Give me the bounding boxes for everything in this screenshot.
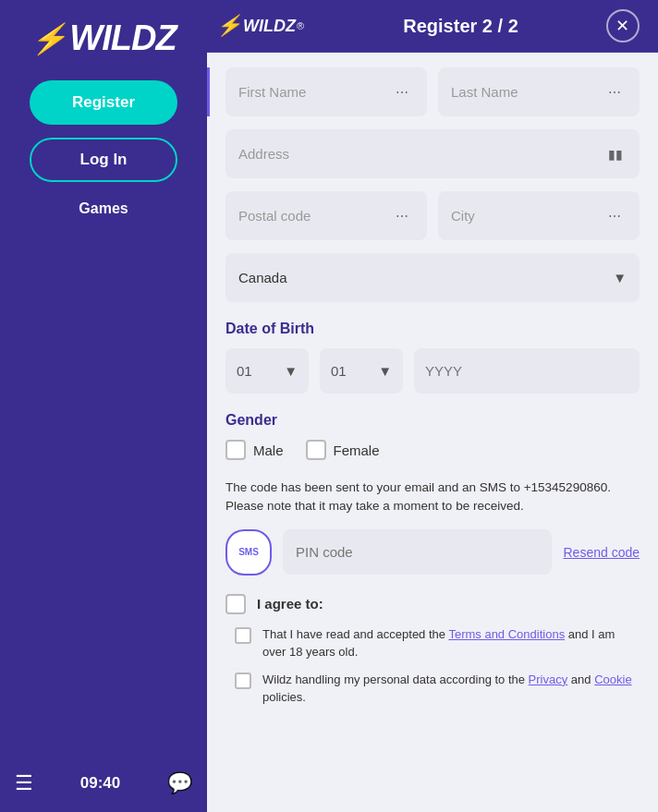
page-title: Register 2 / 2 bbox=[403, 16, 518, 37]
agree-privacy-checkbox[interactable] bbox=[235, 673, 251, 689]
country-value: Canada bbox=[238, 270, 287, 285]
gender-male-option[interactable]: Male bbox=[225, 440, 284, 460]
gender-row: Male Female bbox=[225, 440, 640, 460]
postal-city-row: ⋯ ⋯ bbox=[225, 191, 640, 240]
first-name-field[interactable]: ⋯ bbox=[225, 67, 427, 116]
address-input[interactable] bbox=[238, 146, 608, 162]
dob-row: 01 ▼ 01 ▼ bbox=[225, 348, 640, 394]
agree-terms-checkbox[interactable] bbox=[235, 627, 251, 644]
logo: ⚡ WILDZ bbox=[30, 18, 176, 58]
dob-day-value: 01 bbox=[331, 363, 347, 379]
agree-privacy-post: policies. bbox=[262, 690, 306, 704]
agree-privacy-text: Wildz handling my personal data accordin… bbox=[262, 671, 640, 707]
postal-icon: ⋯ bbox=[396, 209, 414, 224]
first-name-input[interactable] bbox=[238, 84, 396, 100]
agree-item-1: That I have read and accepted the Terms … bbox=[225, 625, 640, 661]
sidebar-bottom: ☰ 09:40 💬 bbox=[0, 755, 207, 812]
dob-year-field[interactable] bbox=[414, 348, 640, 394]
gender-male-label: Male bbox=[253, 442, 284, 458]
header-logo: ⚡ WILDZ ® bbox=[216, 14, 304, 38]
postal-input[interactable] bbox=[238, 208, 396, 224]
header-trademark: ® bbox=[297, 20, 304, 31]
gender-female-option[interactable]: Female bbox=[306, 440, 380, 460]
address-row: ▮▮ bbox=[225, 129, 640, 178]
close-button[interactable]: ✕ bbox=[606, 9, 640, 42]
sms-info-text: The code has been sent to your email and… bbox=[225, 479, 640, 516]
terms-link[interactable]: Terms and Conditions bbox=[448, 627, 565, 641]
postal-field[interactable]: ⋯ bbox=[225, 191, 427, 240]
last-name-icon: ⋯ bbox=[608, 85, 627, 100]
register-header: ⚡ WILDZ ® Register 2 / 2 ✕ bbox=[207, 0, 658, 53]
hamburger-icon[interactable]: ☰ bbox=[15, 771, 33, 795]
agree-section: I agree to: That I have read and accepte… bbox=[225, 594, 640, 707]
gender-label: Gender bbox=[225, 412, 640, 429]
name-row: ⋯ ⋯ bbox=[225, 67, 640, 116]
gender-female-label: Female bbox=[334, 442, 380, 458]
lightning-icon: ⚡ bbox=[30, 21, 67, 56]
city-icon: ⋯ bbox=[608, 209, 627, 224]
address-icon: ▮▮ bbox=[608, 147, 627, 162]
country-dropdown[interactable]: Canada ▼ bbox=[225, 253, 640, 302]
agree-main-text: I agree to: bbox=[257, 596, 323, 612]
first-name-icon: ⋯ bbox=[396, 85, 414, 100]
dob-day-arrow-icon: ▼ bbox=[378, 363, 392, 379]
gender-male-checkbox[interactable] bbox=[225, 440, 246, 460]
dob-year-input[interactable] bbox=[425, 363, 628, 379]
agree-main-row: I agree to: bbox=[225, 594, 640, 614]
chat-icon[interactable]: 💬 bbox=[167, 771, 192, 795]
dob-month-value: 01 bbox=[237, 363, 252, 379]
main-content: ⚡ WILDZ ® Register 2 / 2 ✕ ⋯ ⋯ ▮▮ bbox=[207, 0, 658, 812]
register-button[interactable]: Register bbox=[30, 80, 177, 125]
clock-display: 09:40 bbox=[80, 774, 120, 793]
last-name-field[interactable]: ⋯ bbox=[438, 67, 640, 116]
header-lightning-icon: ⚡ bbox=[216, 14, 241, 38]
agree-terms-pre: That I have read and accepted the bbox=[262, 627, 448, 641]
pin-input[interactable] bbox=[283, 529, 552, 575]
registration-form: ⋯ ⋯ ▮▮ ⋯ ⋯ Cana bbox=[207, 53, 658, 812]
agree-privacy-mid: and bbox=[567, 673, 594, 686]
dob-label: Date of Birth bbox=[225, 321, 640, 337]
sms-icon: SMS bbox=[225, 529, 272, 576]
cookie-link[interactable]: Cookie bbox=[594, 673, 631, 686]
privacy-link[interactable]: Privacy bbox=[529, 673, 568, 686]
dob-month-select[interactable]: 01 ▼ bbox=[225, 348, 309, 394]
games-label: Games bbox=[79, 200, 128, 217]
agree-privacy-pre: Wildz handling my personal data accordin… bbox=[262, 673, 529, 686]
sidebar: ⚡ WILDZ Register Log In Games ☰ 09:40 💬 bbox=[0, 0, 207, 812]
resend-code-button[interactable]: Resend code bbox=[563, 545, 640, 560]
agree-terms-text: That I have read and accepted the Terms … bbox=[262, 625, 640, 661]
city-input[interactable] bbox=[451, 208, 608, 224]
dob-day-select[interactable]: 01 ▼ bbox=[320, 348, 403, 394]
dropdown-arrow-icon: ▼ bbox=[613, 270, 627, 285]
agree-main-checkbox[interactable] bbox=[225, 594, 246, 614]
header-brand: WILDZ bbox=[243, 17, 296, 36]
gender-female-checkbox[interactable] bbox=[306, 440, 326, 460]
city-field[interactable]: ⋯ bbox=[438, 191, 640, 240]
logo-text: WILDZ bbox=[69, 18, 176, 58]
agree-item-2: Wildz handling my personal data accordin… bbox=[225, 671, 640, 707]
dob-month-arrow-icon: ▼ bbox=[284, 363, 298, 379]
sms-pin-row: SMS Resend code bbox=[225, 529, 640, 576]
address-field[interactable]: ▮▮ bbox=[225, 129, 640, 178]
last-name-input[interactable] bbox=[451, 84, 608, 100]
login-button[interactable]: Log In bbox=[30, 138, 177, 182]
